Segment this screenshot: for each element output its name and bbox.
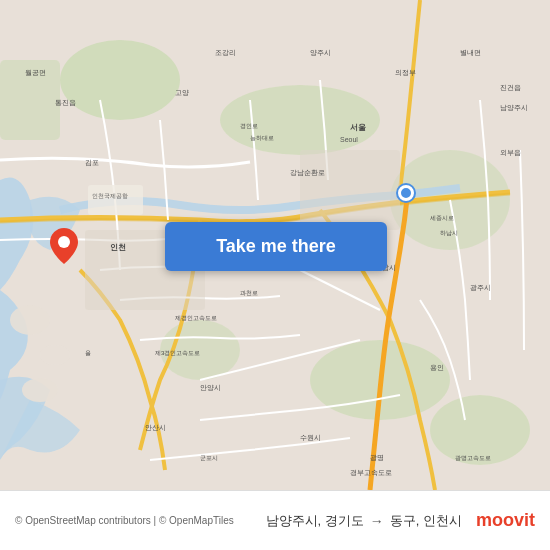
svg-rect-12 <box>300 150 400 230</box>
svg-text:광명: 광명 <box>370 454 384 462</box>
svg-text:진건읍: 진건읍 <box>500 84 521 92</box>
svg-text:외부읍: 외부읍 <box>500 149 521 157</box>
svg-text:인천국제공항: 인천국제공항 <box>92 193 128 199</box>
svg-rect-13 <box>88 185 143 215</box>
svg-text:제경인고속도로: 제경인고속도로 <box>175 315 217 321</box>
svg-text:과천로: 과천로 <box>240 290 258 296</box>
take-me-there-button[interactable]: Take me there <box>165 222 387 271</box>
svg-text:서울: 서울 <box>350 123 366 132</box>
svg-text:안양시: 안양시 <box>200 384 221 391</box>
svg-point-9 <box>40 345 70 365</box>
svg-text:양주시: 양주시 <box>310 49 331 56</box>
svg-text:인천: 인천 <box>110 243 126 252</box>
openstreetmap-attribution: © OpenStreetMap contributors | © OpenMap… <box>15 515 234 526</box>
svg-text:통진읍: 통진읍 <box>55 99 76 107</box>
route-arrow: → <box>370 513 384 529</box>
svg-text:능하대로: 능하대로 <box>250 135 274 141</box>
svg-point-2 <box>220 85 380 155</box>
svg-text:별내면: 별내면 <box>460 49 481 56</box>
origin-label: 남양주시, 경기도 <box>266 512 364 530</box>
svg-text:경부고속도로: 경부고속도로 <box>350 469 392 477</box>
destination-pin <box>50 228 78 264</box>
svg-text:광주시: 광주시 <box>470 284 491 292</box>
svg-text:경인로: 경인로 <box>240 123 258 129</box>
svg-point-10 <box>22 378 58 402</box>
svg-text:세종시로: 세종시로 <box>430 215 454 221</box>
svg-text:Seoul: Seoul <box>340 136 358 143</box>
svg-text:군포시: 군포시 <box>200 455 218 461</box>
origin-dot <box>398 185 414 201</box>
svg-point-8 <box>10 305 50 335</box>
svg-point-1 <box>60 40 180 120</box>
svg-point-48 <box>58 236 70 248</box>
svg-text:월공면: 월공면 <box>25 69 46 77</box>
svg-text:용인: 용인 <box>430 364 444 371</box>
destination-label: 동구, 인천시 <box>390 512 462 530</box>
svg-text:안산시: 안산시 <box>145 424 166 431</box>
svg-text:조강리: 조강리 <box>215 49 236 56</box>
svg-text:제3경인고속도로: 제3경인고속도로 <box>155 350 200 356</box>
svg-text:김포: 김포 <box>85 159 99 167</box>
svg-text:의정부: 의정부 <box>395 69 416 76</box>
svg-text:하남시: 하남시 <box>440 230 458 236</box>
moovit-logo: moovit <box>468 510 535 531</box>
svg-text:을: 을 <box>85 350 91 356</box>
attribution-text: © OpenStreetMap contributors | © OpenMap… <box>15 515 266 526</box>
svg-text:고양: 고양 <box>175 89 189 96</box>
footer: © OpenStreetMap contributors | © OpenMap… <box>0 490 550 550</box>
svg-text:광명고속도로: 광명고속도로 <box>455 455 491 461</box>
map-container: 인천국제공항 서울 Seoul 인천 강남순환로 성남시 안양시 안산시 수원시… <box>0 0 550 490</box>
moovit-text: moovit <box>476 510 535 531</box>
svg-text:남양주시: 남양주시 <box>500 104 528 112</box>
svg-text:강남순환로: 강남순환로 <box>290 169 325 177</box>
route-info: 남양주시, 경기도 → 동구, 인천시 moovit <box>266 510 535 531</box>
svg-text:수원시: 수원시 <box>300 434 321 441</box>
